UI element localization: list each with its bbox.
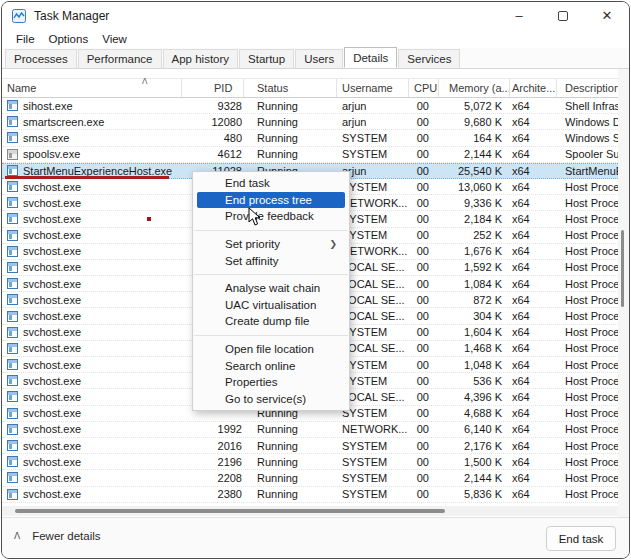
application-icon: [7, 100, 18, 111]
end-task-button-label: End task: [559, 533, 604, 545]
column-header-status[interactable]: Status: [244, 79, 337, 97]
application-icon: [7, 472, 18, 483]
mem-cell: 9,336 K: [439, 197, 510, 209]
context-menu-item-properties[interactable]: Properties: [197, 374, 345, 391]
mem-cell: 164 K: [439, 132, 510, 144]
arch-cell: x64: [510, 213, 557, 225]
context-menu-item-create-dump-file[interactable]: Create dump file: [197, 313, 345, 330]
tab-details[interactable]: Details: [344, 47, 397, 68]
context-menu-item-label: Properties: [225, 376, 277, 388]
process-name-cell: svchost.exe: [2, 229, 182, 241]
maximize-button[interactable]: [541, 2, 585, 29]
mem-cell: 1,084 K: [439, 278, 510, 290]
close-button[interactable]: ✕: [585, 2, 629, 29]
mem-cell: 5,836 K: [439, 488, 510, 500]
desc-cell: Host Process: [557, 456, 622, 468]
process-name-cell: svchost.exe: [2, 278, 182, 290]
table-row[interactable]: sihost.exe9328Runningarjun005,072 Kx64Sh…: [2, 98, 622, 114]
mem-cell: 1,592 K: [439, 261, 510, 273]
menu-separator: [194, 274, 348, 275]
context-menu-item-label: Set priority: [225, 238, 280, 250]
context-menu-item-search-online[interactable]: Search online: [197, 357, 345, 374]
column-header-pid[interactable]: PID: [182, 79, 244, 97]
context-menu-item-label: Provide feedback: [225, 210, 314, 222]
desc-cell: Host Process: [557, 229, 622, 241]
horizontal-scrollbar[interactable]: [2, 506, 622, 516]
process-name-cell: svchost.exe: [2, 472, 182, 484]
cpu-cell: 00: [409, 165, 439, 177]
application-icon: [7, 408, 18, 419]
user-cell: arjun: [337, 116, 409, 128]
context-menu-item-label: End task: [225, 177, 270, 189]
tab-performance[interactable]: Performance: [78, 49, 162, 68]
column-header-cpu[interactable]: CPU: [409, 79, 439, 97]
process-name-cell: svchost.exe: [2, 423, 182, 435]
menubar-item-view[interactable]: View: [95, 31, 134, 47]
desc-cell: Host Process: [557, 326, 622, 338]
column-header-arch[interactable]: Archite...: [510, 79, 557, 97]
table-row[interactable]: svchost.exe1992RunningNETWORK...006,140 …: [2, 422, 622, 438]
horizontal-scrollbar-thumb[interactable]: [15, 509, 445, 513]
arch-cell: x64: [510, 423, 557, 435]
process-name-cell: svchost.exe: [2, 456, 182, 468]
cpu-cell: 00: [409, 326, 439, 338]
process-name-cell: svchost.exe: [2, 245, 182, 257]
process-name-cell: svchost.exe: [2, 488, 182, 500]
table-row[interactable]: svchost.exe2196RunningSYSTEM001,500 Kx64…: [2, 454, 622, 470]
menu-separator: [194, 335, 348, 336]
desc-cell: Shell Infrastr: [557, 100, 622, 112]
context-menu-item-provide-feedback[interactable]: Provide feedback: [197, 208, 345, 225]
desc-cell: Host Process: [557, 423, 622, 435]
context-menu-item-uac-virtualisation[interactable]: UAC virtualisation: [197, 297, 345, 314]
context-menu-item-analyse-wait-chain[interactable]: Analyse wait chain: [197, 280, 345, 297]
table-row[interactable]: spoolsv.exe4612RunningSYSTEM002,144 Kx64…: [2, 147, 622, 163]
arch-cell: x64: [510, 165, 557, 177]
arch-cell: x64: [510, 472, 557, 484]
vertical-scrollbar-thumb[interactable]: [621, 230, 624, 307]
tab-services[interactable]: Services: [398, 49, 460, 68]
column-header-desc[interactable]: Description: [557, 79, 622, 97]
process-name-cell: svchost.exe: [2, 213, 182, 225]
process-name: svchost.exe: [23, 310, 81, 322]
end-task-button[interactable]: End task: [546, 526, 616, 551]
vertical-scrollbar[interactable]: [618, 69, 629, 520]
table-row[interactable]: svchost.exe2208RunningSYSTEM002,144 Kx64…: [2, 470, 622, 486]
context-menu-item-go-to-service-s[interactable]: Go to service(s): [197, 391, 345, 408]
process-name-cell: spoolsv.exe: [2, 148, 182, 160]
column-header-user[interactable]: Username: [337, 79, 409, 97]
mem-cell: 2,144 K: [439, 148, 510, 160]
context-menu-item-open-file-location[interactable]: Open file location: [197, 341, 345, 358]
tab-processes[interactable]: Processes: [5, 49, 77, 68]
minimize-button[interactable]: –: [497, 2, 541, 29]
process-name: svchost.exe: [23, 213, 81, 225]
context-menu-item-end-task[interactable]: End task: [197, 175, 345, 192]
context-menu-item-set-affinity[interactable]: Set affinity: [197, 252, 345, 269]
menubar-item-options[interactable]: Options: [42, 31, 96, 47]
mem-cell: 4,396 K: [439, 391, 510, 403]
menubar-item-file[interactable]: File: [9, 31, 42, 47]
process-name: svchost.exe: [23, 407, 81, 419]
process-name: smartscreen.exe: [23, 116, 104, 128]
arch-cell: x64: [510, 294, 557, 306]
column-header-mem[interactable]: Memory (a...: [439, 79, 510, 97]
desc-cell: Host Process: [557, 359, 622, 371]
tab-app-history[interactable]: App history: [163, 49, 239, 68]
table-row[interactable]: smss.exe480RunningSYSTEM00164 Kx64Window…: [2, 130, 622, 146]
tab-users[interactable]: Users: [295, 49, 343, 68]
tab-startup[interactable]: Startup: [239, 49, 294, 68]
table-row[interactable]: svchost.exe2016RunningSYSTEM002,176 Kx64…: [2, 438, 622, 454]
table-header: ᐱ NamePIDStatusUsernameCPUMemory (a...Ar…: [2, 78, 622, 98]
fewer-details-toggle[interactable]: ᐱ Fewer details: [14, 530, 101, 542]
user-cell: SYSTEM: [337, 488, 409, 500]
mem-cell: 2,176 K: [439, 440, 510, 452]
application-icon: [7, 181, 18, 192]
tab-strip: ProcessesPerformanceApp historyStartupUs…: [2, 48, 629, 69]
table-row[interactable]: svchost.exe2380RunningSYSTEM005,836 Kx64…: [2, 487, 622, 503]
column-header-name[interactable]: Name: [2, 79, 182, 97]
process-name: svchost.exe: [23, 456, 81, 468]
context-menu-item-set-priority[interactable]: Set priority❯: [197, 236, 345, 253]
user-cell: SYSTEM: [337, 456, 409, 468]
application-icon: [7, 424, 18, 435]
context-menu-item-end-process-tree[interactable]: End process tree: [197, 192, 345, 209]
table-row[interactable]: smartscreen.exe12080Runningarjun009,680 …: [2, 114, 622, 130]
